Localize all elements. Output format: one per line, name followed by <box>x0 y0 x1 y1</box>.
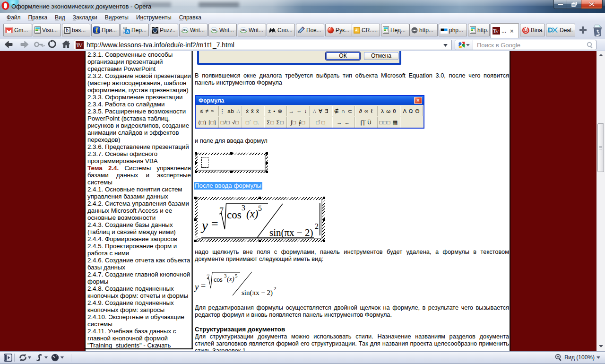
url-dropdown-icon[interactable] <box>443 44 448 47</box>
selected-text[interactable]: После ввода формулы <box>194 182 262 190</box>
sidebar-toc-line[interactable]: переходов) <box>87 136 191 143</box>
tab-ruk[interactable]: Рук... <box>325 24 354 36</box>
tab-bas[interactable]: b bas... <box>62 24 90 36</box>
sidebar-toc-line[interactable]: 2.4.2. Система управления базами <box>87 200 191 207</box>
tab-gmail[interactable]: Gm... <box>3 24 32 36</box>
sidebar-toc-line[interactable]: управления базами данных <box>87 193 191 200</box>
tab-per[interactable]: 文A Пер... <box>121 24 149 36</box>
sidebar-toc-line[interactable]: 2.4.9. Создание подчиненных <box>87 299 191 306</box>
tab-active-tva[interactable]: TV ... × <box>491 23 519 38</box>
url-field[interactable]: TV http://www.lessons-tva.info/edu/e-inf… <box>74 40 452 50</box>
wand-button[interactable] <box>34 42 45 47</box>
sidebar-toc-line[interactable]: 2.4.10. Экспертные и обучающие <box>87 313 191 321</box>
sidebar-toc-line[interactable]: системы <box>87 179 191 186</box>
scrollbar-thumb[interactable] <box>597 123 604 172</box>
tab-bina[interactable]: Bina... <box>520 24 545 36</box>
restore-button[interactable] <box>567 0 581 9</box>
closed-tabs-trash-button[interactable] <box>592 24 603 36</box>
sidebar-toc-line[interactable]: 2.4.6. Создание отчета как объекта <box>87 257 191 264</box>
menu-edit[interactable]: Правка <box>28 14 48 21</box>
sidebar-toc-line[interactable]: 2.3.5. Расширенные возможности <box>87 108 191 115</box>
gauge-dropdown-icon[interactable] <box>60 356 64 359</box>
tab-php[interactable]: php... <box>439 24 467 36</box>
sidebar-toc-line[interactable]: (таблиц и связей между ними) <box>87 228 191 235</box>
tab-deal[interactable]: Deal... <box>546 24 575 36</box>
sidebar-toc-line[interactable]: 2.3.2. Создание новой презентации <box>87 72 191 79</box>
tab-visu[interactable]: Visu... <box>33 24 61 36</box>
search-magnifier-icon[interactable] <box>587 42 594 49</box>
tab-cr[interactable]: CR...... <box>352 24 380 36</box>
sidebar-toc[interactable]: 2.3.1. Современные способыорганизации пр… <box>87 51 191 349</box>
sidebar-toc-line[interactable]: 2.4.7. Создание главной кнопочной <box>87 271 191 278</box>
sync-dropdown-icon[interactable] <box>28 356 31 359</box>
sync-icon[interactable] <box>18 354 27 362</box>
search-field[interactable]: Поиск в Google <box>455 40 596 50</box>
sidebar-toc-line[interactable]: 2.3.1. Современные способы <box>87 51 191 58</box>
sidebar-toc-line[interactable]: средствами PowerPoint <box>87 65 191 72</box>
tab-http1[interactable]: http... <box>409 24 438 36</box>
turbo-dropdown-icon[interactable] <box>44 356 48 359</box>
menu-file[interactable]: Файл <box>7 14 21 21</box>
sidebar-toc-line[interactable]: (мастер автосодержания, шаблон <box>87 79 191 87</box>
tab-close-icon[interactable]: × <box>510 27 514 35</box>
back-button[interactable] <box>4 40 13 49</box>
menu-tools[interactable]: Инструменты <box>136 14 172 21</box>
menu-widgets[interactable]: Виджеты <box>105 14 129 21</box>
sidebar-toc-line[interactable]: организации презентаций <box>87 58 191 65</box>
sidebar-toc-line[interactable]: 2.4.8. Создание подчиненных <box>87 285 191 292</box>
gauge-icon[interactable] <box>51 354 59 362</box>
menu-bookmarks[interactable]: Закладки <box>73 14 97 21</box>
tab-writ3[interactable]: ABC Writ... <box>238 24 266 36</box>
sidebar-toc-line[interactable]: 2.3.3. Оформление презентации <box>87 94 191 101</box>
tab-pov[interactable]: Пов... <box>296 24 324 36</box>
forward-button[interactable] <box>20 40 29 49</box>
reload-button[interactable] <box>47 40 57 49</box>
sidebar-toc-line[interactable]: 2.4.5. Проектирование форм и <box>87 243 191 250</box>
sidebar-toc-line[interactable]: 2.4.3. Создание базы данных <box>87 221 191 228</box>
sidebar-toc-line[interactable]: рисунков и видеоклипов, создание <box>87 122 191 129</box>
sidebar-toc-line[interactable]: базы данных <box>87 264 191 271</box>
search-engine-button[interactable] <box>455 40 473 50</box>
scroll-down-button[interactable] <box>596 342 605 350</box>
zoom-control[interactable]: Вид (100%) <box>555 354 600 361</box>
tab-writ1[interactable]: ABC Writ... <box>179 24 207 36</box>
sidebar-toc-line[interactable]: 2.3.4. Работа со слайдами <box>87 101 191 108</box>
home-button[interactable] <box>62 40 70 48</box>
tab-writ2[interactable]: ABC Writ... <box>208 24 237 36</box>
sidebar-toc-line[interactable]: Тема 2.4. Системы управления <box>87 165 191 172</box>
sidebar-toc-line[interactable]: главной кнопочной формой <box>87 335 191 342</box>
sidebar-toc-line[interactable]: 2.4.4. Формирование запросов <box>87 235 191 243</box>
vertical-scrollbar[interactable] <box>596 51 605 351</box>
sidebar-toc-line[interactable]: системы <box>87 321 191 328</box>
turbo-icon[interactable] <box>35 354 43 362</box>
sidebar-toc-line[interactable]: формы <box>87 278 191 285</box>
tab-spo[interactable]: Спо... <box>267 24 295 36</box>
url-text[interactable]: http://www.lessons-tva.info/edu/e-inf2/m… <box>86 41 234 49</box>
sidebar-toc-line[interactable]: 2.4.11. Учебная база данных с <box>87 328 191 335</box>
sidebar-toc-line[interactable]: 2.4.1. Основные понятия систем <box>87 186 191 193</box>
tab-http2[interactable]: http... <box>468 24 490 36</box>
sidebar-toc-line[interactable]: 2.3.7. Основы офисного <box>87 150 191 157</box>
scroll-up-button[interactable] <box>596 51 605 59</box>
sidebar-toc-line[interactable]: основные возможности <box>87 214 191 221</box>
new-tab-button[interactable] <box>578 25 588 35</box>
close-button[interactable] <box>581 0 603 9</box>
sidebar-toc-line[interactable]: анимации слайдов и эффектов <box>87 129 191 136</box>
panels-toggle-icon[interactable] <box>4 354 12 362</box>
minimize-button[interactable] <box>553 0 567 9</box>
sidebar-toc-line[interactable]: данных Microsoft Access и ее <box>87 207 191 214</box>
sidebar-toc-line[interactable]: кнопочных форм: запросы <box>87 306 191 313</box>
sidebar-toc-line[interactable]: оформления, пустая презентация) <box>87 87 191 94</box>
sidebar-toc-line[interactable]: кнопочных форм: отчеты и формы <box>87 292 191 299</box>
sidebar-toc-line[interactable]: работа с ними <box>87 250 191 257</box>
sidebar-toc-line[interactable]: программирования VBA <box>87 157 191 165</box>
tab-pri[interactable]: При... <box>91 24 120 36</box>
sidebar-toc-line[interactable]: "Training_students" - Скачать <box>87 342 191 349</box>
menu-view[interactable]: Вид <box>55 14 65 21</box>
sidebar-toc-line[interactable]: базами данных и экспертные <box>87 172 191 179</box>
menu-help[interactable]: Справка <box>179 14 201 21</box>
tab-puzz[interactable]: Puzz... <box>150 24 178 36</box>
tab-ned[interactable]: Нед... <box>381 24 409 36</box>
sidebar-toc-line[interactable]: 2.3.6. Представление презентаций <box>87 143 191 150</box>
sidebar-toc-line[interactable]: PowerPoint (вставка таблиц, <box>87 115 191 122</box>
